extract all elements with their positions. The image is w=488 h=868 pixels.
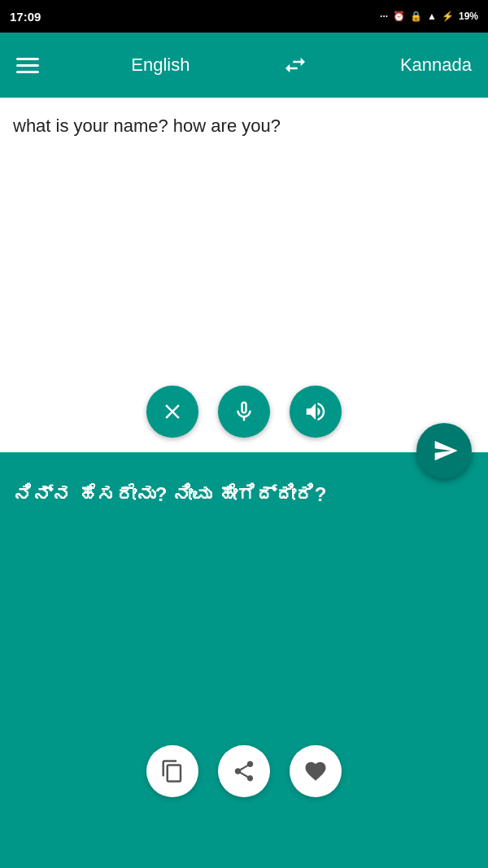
menu-line-3 <box>16 71 39 73</box>
swap-icon <box>282 52 308 78</box>
alarm-icon: ⏰ <box>393 11 405 22</box>
heart-icon <box>303 759 328 783</box>
status-bar: 17:09 ··· ⏰ 🔒 ▲ ⚡ 19% <box>0 0 488 33</box>
translate-send-button[interactable] <box>416 423 472 478</box>
share-icon <box>232 759 256 783</box>
volume-icon <box>303 399 328 424</box>
copy-button[interactable] <box>146 745 198 797</box>
translated-text: ನಿನ್ನ ಹೆಸರೇನು? ನೀವು ಹೇಗಿದ್ದೀರಿ? <box>0 460 488 737</box>
clear-button[interactable] <box>146 386 198 438</box>
menu-line-1 <box>16 58 39 60</box>
microphone-button[interactable] <box>218 386 270 438</box>
lock-icon: 🔒 <box>410 11 422 22</box>
input-action-buttons <box>0 377 488 452</box>
share-button[interactable] <box>218 745 270 797</box>
status-time: 17:09 <box>10 10 41 24</box>
signal-dots-icon: ··· <box>380 11 388 22</box>
send-icon <box>433 438 459 464</box>
source-text-input[interactable] <box>0 98 488 374</box>
close-icon <box>160 399 185 424</box>
source-language[interactable]: English <box>131 55 190 76</box>
microphone-icon <box>232 399 256 424</box>
status-icons: ··· ⏰ 🔒 ▲ ⚡ 19% <box>380 11 478 22</box>
charging-icon: ⚡ <box>442 11 454 22</box>
signal-bars-icon: ▲ <box>427 11 437 22</box>
output-panel: ನಿನ್ನ ಹೆಸರೇನು? ನೀವು ಹೇಗಿದ್ದೀರಿ? <box>0 452 488 817</box>
menu-line-2 <box>16 64 39 67</box>
copy-icon <box>160 759 185 783</box>
favorite-button[interactable] <box>290 745 342 797</box>
menu-button[interactable] <box>16 58 39 73</box>
input-panel <box>0 98 488 452</box>
battery-level: 19% <box>459 11 478 22</box>
toolbar: English Kannada <box>0 33 488 98</box>
output-action-buttons <box>0 737 488 817</box>
speak-button[interactable] <box>290 386 342 438</box>
target-language[interactable]: Kannada <box>400 55 472 76</box>
swap-languages-button[interactable] <box>282 52 308 78</box>
